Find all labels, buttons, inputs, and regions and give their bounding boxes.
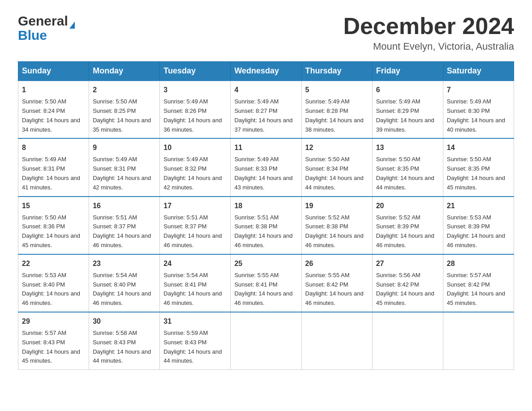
day-detail: Sunrise: 5:49 AMSunset: 8:26 PMDaylight:… [163,98,222,133]
day-number: 27 [376,258,439,269]
calendar-day-cell [231,312,301,370]
logo-general-text: General [18,13,68,29]
day-number: 6 [376,85,439,95]
day-number: 11 [234,142,297,153]
day-detail: Sunrise: 5:50 AMSunset: 8:35 PMDaylight:… [376,156,434,190]
day-detail: Sunrise: 5:57 AMSunset: 8:42 PMDaylight:… [447,272,505,306]
calendar-day-cell: 9Sunrise: 5:49 AMSunset: 8:31 PMDaylight… [89,138,160,196]
day-number: 23 [93,258,156,269]
day-detail: Sunrise: 5:49 AMSunset: 8:33 PMDaylight:… [234,156,292,190]
calendar-day-cell: 2Sunrise: 5:50 AMSunset: 8:25 PMDaylight… [89,81,160,138]
day-number: 2 [93,85,156,95]
calendar-day-cell: 31Sunrise: 5:59 AMSunset: 8:43 PMDayligh… [160,312,231,370]
day-detail: Sunrise: 5:49 AMSunset: 8:31 PMDaylight:… [22,156,80,190]
calendar-day-cell: 18Sunrise: 5:51 AMSunset: 8:38 PMDayligh… [231,197,301,254]
day-detail: Sunrise: 5:49 AMSunset: 8:28 PMDaylight:… [305,98,364,133]
day-detail: Sunrise: 5:50 AMSunset: 8:35 PMDaylight:… [447,156,505,190]
location-title: Mount Evelyn, Victoria, Australia [343,41,514,52]
calendar-day-cell: 15Sunrise: 5:50 AMSunset: 8:36 PMDayligh… [18,197,89,254]
day-number: 13 [376,142,439,153]
calendar-day-cell: 16Sunrise: 5:51 AMSunset: 8:37 PMDayligh… [89,197,160,254]
day-number: 10 [163,142,227,153]
day-detail: Sunrise: 5:49 AMSunset: 8:29 PMDaylight:… [376,98,434,133]
day-detail: Sunrise: 5:50 AMSunset: 8:24 PMDaylight:… [22,98,80,133]
calendar-header-tuesday: Tuesday [160,62,231,81]
calendar-day-cell: 24Sunrise: 5:54 AMSunset: 8:41 PMDayligh… [160,254,231,312]
calendar-day-cell: 28Sunrise: 5:57 AMSunset: 8:42 PMDayligh… [443,254,514,312]
calendar-day-cell: 22Sunrise: 5:53 AMSunset: 8:40 PMDayligh… [18,254,89,312]
logo-flag-icon [69,21,75,29]
day-number: 7 [447,85,510,95]
calendar-header-thursday: Thursday [301,62,372,81]
calendar-week-row: 29Sunrise: 5:57 AMSunset: 8:43 PMDayligh… [18,312,514,370]
calendar-day-cell: 13Sunrise: 5:50 AMSunset: 8:35 PMDayligh… [372,138,443,196]
calendar-day-cell: 10Sunrise: 5:49 AMSunset: 8:32 PMDayligh… [160,138,231,196]
calendar-day-cell: 23Sunrise: 5:54 AMSunset: 8:40 PMDayligh… [89,254,160,312]
calendar-day-cell: 6Sunrise: 5:49 AMSunset: 8:29 PMDaylight… [372,81,443,138]
day-detail: Sunrise: 5:52 AMSunset: 8:39 PMDaylight:… [376,214,434,248]
calendar-day-cell [443,312,514,370]
day-detail: Sunrise: 5:53 AMSunset: 8:39 PMDaylight:… [447,214,505,248]
day-number: 25 [234,258,297,269]
day-detail: Sunrise: 5:50 AMSunset: 8:34 PMDaylight:… [305,156,364,190]
calendar-table: SundayMondayTuesdayWednesdayThursdayFrid… [18,61,514,370]
day-detail: Sunrise: 5:51 AMSunset: 8:38 PMDaylight:… [234,214,292,248]
day-number: 1 [22,85,85,95]
day-number: 3 [163,85,227,95]
calendar-day-cell: 1Sunrise: 5:50 AMSunset: 8:24 PMDaylight… [18,81,89,138]
month-title: December 2024 [343,13,514,39]
day-detail: Sunrise: 5:58 AMSunset: 8:43 PMDaylight:… [93,330,151,364]
calendar-header-sunday: Sunday [18,62,89,81]
day-detail: Sunrise: 5:50 AMSunset: 8:36 PMDaylight:… [22,214,80,248]
day-detail: Sunrise: 5:49 AMSunset: 8:32 PMDaylight:… [163,156,222,190]
calendar-day-cell: 17Sunrise: 5:51 AMSunset: 8:37 PMDayligh… [160,197,231,254]
calendar-day-cell [372,312,443,370]
day-number: 17 [163,201,227,211]
calendar-day-cell: 11Sunrise: 5:49 AMSunset: 8:33 PMDayligh… [231,138,301,196]
calendar-day-cell: 14Sunrise: 5:50 AMSunset: 8:35 PMDayligh… [443,138,514,196]
day-detail: Sunrise: 5:59 AMSunset: 8:43 PMDaylight:… [163,330,222,364]
day-detail: Sunrise: 5:54 AMSunset: 8:40 PMDaylight:… [93,272,151,306]
day-detail: Sunrise: 5:51 AMSunset: 8:37 PMDaylight:… [163,214,222,248]
calendar-header-friday: Friday [372,62,443,81]
day-number: 30 [93,316,156,327]
calendar-day-cell: 30Sunrise: 5:58 AMSunset: 8:43 PMDayligh… [89,312,160,370]
day-detail: Sunrise: 5:55 AMSunset: 8:42 PMDaylight:… [305,272,364,306]
calendar-day-cell: 21Sunrise: 5:53 AMSunset: 8:39 PMDayligh… [443,197,514,254]
day-detail: Sunrise: 5:51 AMSunset: 8:37 PMDaylight:… [93,214,151,248]
day-detail: Sunrise: 5:53 AMSunset: 8:40 PMDaylight:… [22,272,80,306]
calendar-header-monday: Monday [89,62,160,81]
calendar-day-cell: 3Sunrise: 5:49 AMSunset: 8:26 PMDaylight… [160,81,231,138]
day-detail: Sunrise: 5:52 AMSunset: 8:38 PMDaylight:… [305,214,364,248]
day-number: 24 [163,258,227,269]
day-number: 19 [305,201,369,211]
day-detail: Sunrise: 5:55 AMSunset: 8:41 PMDaylight:… [234,272,292,306]
calendar-day-cell: 8Sunrise: 5:49 AMSunset: 8:31 PMDaylight… [18,138,89,196]
day-number: 18 [234,201,297,211]
calendar-header-wednesday: Wednesday [231,62,301,81]
day-number: 22 [22,258,85,269]
day-detail: Sunrise: 5:49 AMSunset: 8:30 PMDaylight:… [447,98,505,133]
calendar-day-cell: 7Sunrise: 5:49 AMSunset: 8:30 PMDaylight… [443,81,514,138]
calendar-week-row: 22Sunrise: 5:53 AMSunset: 8:40 PMDayligh… [18,254,514,312]
title-block: December 2024 Mount Evelyn, Victoria, Au… [343,13,514,52]
calendar-day-cell [301,312,372,370]
day-number: 15 [22,201,85,211]
calendar-day-cell: 5Sunrise: 5:49 AMSunset: 8:28 PMDaylight… [301,81,372,138]
calendar-day-cell: 25Sunrise: 5:55 AMSunset: 8:41 PMDayligh… [231,254,301,312]
day-detail: Sunrise: 5:49 AMSunset: 8:31 PMDaylight:… [93,156,151,190]
day-number: 4 [234,85,297,95]
calendar-week-row: 8Sunrise: 5:49 AMSunset: 8:31 PMDaylight… [18,138,514,196]
day-number: 9 [93,142,156,153]
day-number: 31 [163,316,227,327]
calendar-day-cell: 27Sunrise: 5:56 AMSunset: 8:42 PMDayligh… [372,254,443,312]
calendar-week-row: 15Sunrise: 5:50 AMSunset: 8:36 PMDayligh… [18,197,514,254]
day-number: 8 [22,142,85,153]
day-number: 21 [447,201,510,211]
calendar-day-cell: 19Sunrise: 5:52 AMSunset: 8:38 PMDayligh… [301,197,372,254]
calendar-header-row: SundayMondayTuesdayWednesdayThursdayFrid… [18,62,514,81]
day-number: 29 [22,316,85,327]
calendar-day-cell: 26Sunrise: 5:55 AMSunset: 8:42 PMDayligh… [301,254,372,312]
calendar-header-saturday: Saturday [443,62,514,81]
day-detail: Sunrise: 5:54 AMSunset: 8:41 PMDaylight:… [163,272,222,306]
